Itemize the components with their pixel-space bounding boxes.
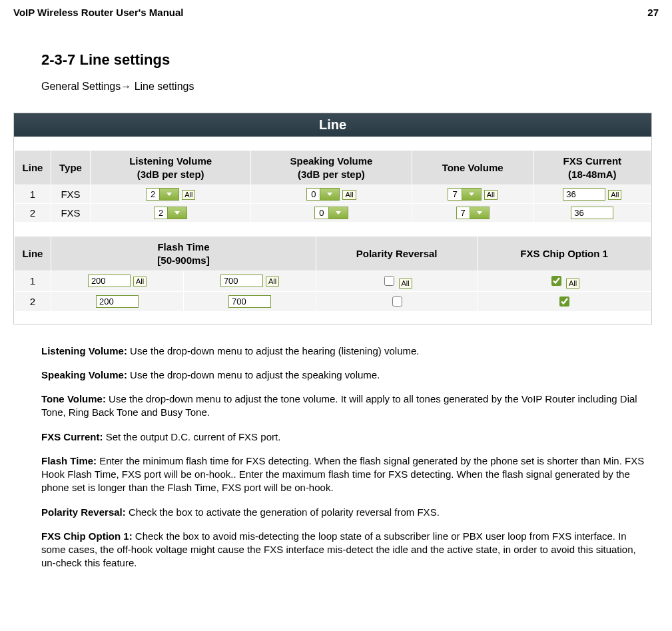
chevron-down-icon <box>328 207 348 219</box>
desc-text: Check the box to activate the generation… <box>126 506 440 518</box>
desc-label: Tone Volume: <box>41 393 106 404</box>
flash-max-input[interactable] <box>220 275 263 287</box>
th-type: Type <box>51 151 90 185</box>
all-button[interactable]: All <box>566 279 579 289</box>
table-row: 1 FXS 2All 0All 7All All <box>15 185 651 203</box>
desc-text: Use the drop-down menu to adjust the ton… <box>41 393 637 418</box>
line-panel: Line Line Type Listening Volume(3dB per … <box>13 113 652 324</box>
breadcrumb: General Settings→ Line settings <box>41 81 652 93</box>
flash-max-input[interactable] <box>228 295 271 308</box>
line-table-1: Line Type Listening Volume(3dB per step)… <box>14 150 651 223</box>
desc-label: FXS Current: <box>41 431 103 442</box>
desc-label: Listening Volume: <box>41 345 127 356</box>
cell-line: 2 <box>15 292 51 311</box>
desc-label: Speaking Volume: <box>41 369 127 380</box>
desc-text: Use the drop-down menu to adjust the hea… <box>127 345 420 356</box>
desc-text: Enter the minimum flash time for FXS det… <box>41 455 644 494</box>
table-row: 2 FXS 2 0 7 <box>15 204 651 222</box>
th-line: Line <box>15 237 51 271</box>
th-polarity: Polarity Reversal <box>316 237 477 271</box>
chevron-down-icon <box>159 189 178 200</box>
flash-min-input[interactable] <box>96 295 139 308</box>
panel-title: Line <box>14 113 651 137</box>
th-fxs: FXS Current(18-48mA) <box>534 151 651 185</box>
desc-label: Polarity Reversal: <box>41 506 126 518</box>
chevron-down-icon <box>167 207 186 219</box>
chevron-down-icon <box>320 189 339 200</box>
table-row: 2 <box>15 292 651 311</box>
all-button[interactable]: All <box>484 190 498 200</box>
cell-line: 1 <box>15 185 51 203</box>
cell-type: FXS <box>51 185 90 203</box>
chevron-down-icon <box>462 189 481 200</box>
table-row: 1 All All All All <box>15 271 651 291</box>
speaking-select[interactable]: 0 <box>306 188 340 201</box>
polarity-checkbox[interactable] <box>392 297 402 307</box>
desc-label: Flash Time: <box>41 455 97 466</box>
page-number: 27 <box>647 7 659 18</box>
desc-text: Set the output D.C. current of FXS port. <box>103 431 281 442</box>
section-title: 2-3-7 Line settings <box>41 51 652 69</box>
doc-title: VoIP Wireless Router User's Manual <box>13 7 183 18</box>
fxs-input[interactable] <box>563 188 605 201</box>
all-button[interactable]: All <box>608 190 621 200</box>
fxs-input[interactable] <box>571 207 613 219</box>
desc-label: FXS Chip Option 1: <box>41 530 133 542</box>
all-button[interactable]: All <box>182 190 195 200</box>
cell-line: 1 <box>15 271 51 291</box>
polarity-checkbox[interactable] <box>384 276 394 286</box>
th-flash: Flash Time[50-900ms] <box>51 237 316 271</box>
th-line: Line <box>15 151 51 185</box>
desc-text: Use the drop-down menu to adjust the spe… <box>127 369 380 380</box>
page-header: VoIP Wireless Router User's Manual 27 <box>13 7 659 18</box>
all-button[interactable]: All <box>266 277 279 287</box>
listening-select[interactable]: 2 <box>146 188 179 201</box>
tone-select[interactable]: 7 <box>456 207 490 219</box>
chip-checkbox[interactable] <box>551 276 561 286</box>
flash-min-input[interactable] <box>88 275 131 287</box>
line-table-2: Line Flash Time[50-900ms] Polarity Rever… <box>14 236 651 312</box>
th-tone: Tone Volume <box>412 151 533 185</box>
speaking-select[interactable]: 0 <box>314 207 348 219</box>
tone-select[interactable]: 7 <box>448 188 481 201</box>
chevron-down-icon <box>470 207 489 219</box>
th-chip: FXS Chip Option 1 <box>478 237 651 271</box>
all-button[interactable]: All <box>133 277 147 287</box>
all-button[interactable]: All <box>399 279 412 289</box>
th-speaking: Speaking Volume(3dB per step) <box>251 151 411 185</box>
cell-type: FXS <box>51 204 90 222</box>
th-listening: Listening Volume(3dB per step) <box>91 151 250 185</box>
cell-line: 2 <box>15 204 51 222</box>
descriptions: Listening Volume: Use the drop-down menu… <box>41 344 652 570</box>
listening-select[interactable]: 2 <box>154 207 187 219</box>
chip-checkbox[interactable] <box>559 297 569 307</box>
all-button[interactable]: All <box>342 190 356 200</box>
